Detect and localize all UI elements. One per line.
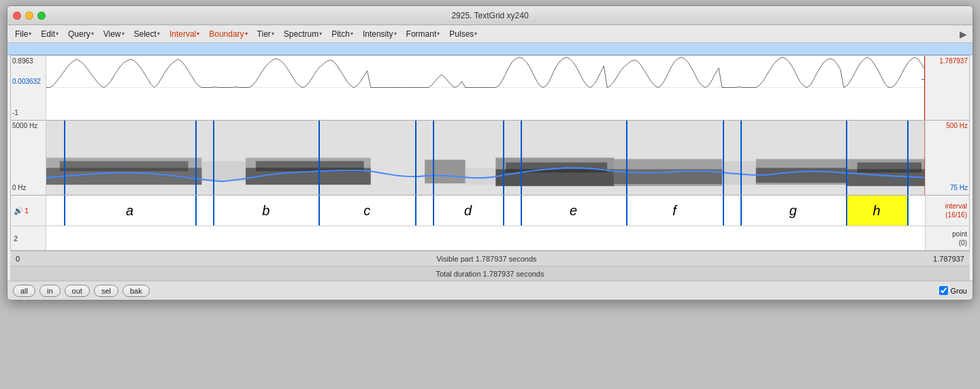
svg-rect-11 — [466, 168, 496, 185]
maximize-button[interactable] — [37, 12, 46, 20]
boundary-line — [521, 196, 522, 225]
interval-label-g[interactable]: g — [740, 203, 846, 219]
scroll-right-icon[interactable]: ▶ — [960, 29, 970, 40]
boundary-line — [415, 196, 416, 225]
chevron-down-icon: ▾ — [437, 31, 440, 37]
total-duration-label: Total duration 1.787937 seconds — [436, 270, 544, 278]
interval-label-f[interactable]: f — [626, 203, 723, 219]
chevron-down-icon: ▾ — [350, 31, 353, 37]
svg-rect-9 — [256, 161, 364, 171]
boundary-line — [723, 196, 724, 225]
btn-all[interactable]: all — [13, 285, 35, 297]
svg-rect-22 — [858, 162, 921, 172]
spectrogram-bottom-label: 0 Hz — [12, 184, 27, 191]
textgrid-tier1[interactable]: a b c d e f g h — [46, 196, 925, 226]
point-info: point(0) — [952, 230, 967, 247]
amplitude-top-label: 0.8963 — [12, 57, 33, 65]
title-bar: 2925. TextGrid xy240 — [7, 6, 973, 25]
svg-rect-5 — [60, 161, 189, 171]
spectrogram-display[interactable] — [46, 121, 925, 196]
main-window: 2925. TextGrid xy240 File ▾ Edit ▾ Query… — [7, 5, 973, 300]
chevron-down-icon: ▾ — [157, 31, 160, 37]
menu-pitch[interactable]: Pitch ▾ — [327, 28, 358, 40]
menu-tier[interactable]: Tier ▾ — [252, 28, 279, 40]
traffic-lights — [13, 12, 46, 20]
chevron-down-icon: ▾ — [319, 31, 322, 37]
interval-label-a[interactable]: a — [64, 203, 196, 219]
interval-label-d[interactable]: d — [433, 203, 503, 219]
spectrogram-right-bottom: 75 Hz — [950, 184, 968, 191]
waveform-display[interactable] — [46, 56, 925, 121]
spectrogram-svg — [46, 121, 925, 195]
interval-info: interval(16/16) — [945, 202, 967, 219]
menu-view[interactable]: View ▾ — [99, 28, 129, 40]
menu-bar: File ▾ Edit ▾ Query ▾ View ▾ Select ▾ In… — [7, 25, 973, 43]
amplitude-bottom-label: -1 — [12, 109, 18, 116]
textgrid-tier2[interactable] — [46, 226, 925, 250]
bottom-toolbar: all in out sel bak Grou — [7, 281, 973, 300]
waveform-svg — [46, 56, 925, 120]
menu-spectrum[interactable]: Spectrum ▾ — [279, 28, 327, 40]
spectrogram-top-label: 5000 Hz — [12, 122, 37, 129]
tier1-label: 1 — [24, 206, 29, 215]
menu-formant[interactable]: Formant ▾ — [402, 28, 445, 40]
menu-file[interactable]: File ▾ — [10, 28, 36, 40]
interval-label-h[interactable]: h — [846, 203, 907, 219]
group-checkbox[interactable] — [939, 286, 948, 295]
selection-bar — [7, 43, 973, 55]
boundary-line — [318, 196, 320, 225]
group-checkbox-container[interactable]: Grou — [939, 286, 967, 295]
btn-sel[interactable]: sel — [94, 285, 118, 297]
cursor-time-label: 1.787937 — [939, 57, 968, 65]
btn-bak[interactable]: bak — [122, 285, 150, 297]
tier1-icon: 🔊 — [14, 206, 23, 215]
chevron-down-icon: ▾ — [122, 31, 125, 37]
svg-rect-10 — [425, 159, 466, 183]
spectrogram-right-top: 500 Hz — [946, 122, 968, 129]
boundary-line — [503, 196, 504, 225]
menu-intensity[interactable]: Intensity ▾ — [358, 28, 402, 40]
interval-label-c[interactable]: c — [318, 203, 415, 219]
chevron-down-icon: ▾ — [197, 31, 199, 37]
chevron-down-icon: ▾ — [394, 31, 397, 37]
boundary-line — [846, 196, 847, 225]
chevron-down-icon: ▾ — [272, 31, 274, 37]
minimize-button[interactable] — [25, 12, 33, 20]
time-start: 0 — [16, 255, 50, 263]
close-button[interactable] — [13, 12, 21, 20]
boundary-line — [740, 196, 742, 225]
menu-select[interactable]: Select ▾ — [129, 28, 165, 40]
menu-edit[interactable]: Edit ▾ — [36, 28, 63, 40]
amplitude-zero-label: 0.003632 — [12, 78, 41, 85]
interval-label-b[interactable]: b — [213, 203, 318, 219]
chevron-down-icon: ▾ — [474, 31, 477, 37]
chevron-down-icon: ▾ — [91, 31, 94, 37]
window-title: 2925. TextGrid xy240 — [451, 11, 528, 20]
menu-query[interactable]: Query ▾ — [63, 28, 99, 40]
time-axis: 0 Visible part 1.787937 seconds 1.787937 — [10, 251, 970, 266]
menu-interval[interactable]: Interval ▾ — [165, 28, 204, 40]
menu-boundary[interactable]: Boundary ▾ — [204, 28, 252, 40]
svg-rect-19 — [756, 168, 847, 183]
boundary-line — [626, 196, 627, 225]
boundary-line — [64, 196, 65, 225]
group-label: Grou — [951, 287, 967, 295]
time-end: 1.787937 — [924, 255, 964, 263]
btn-in[interactable]: in — [39, 285, 61, 297]
menu-pulses[interactable]: Pulses ▾ — [444, 28, 482, 40]
interval-label-e[interactable]: e — [521, 203, 626, 219]
chevron-down-icon: ▾ — [56, 31, 59, 37]
chevron-down-icon: ▾ — [29, 31, 31, 37]
svg-rect-6 — [201, 161, 246, 181]
boundary-line — [433, 196, 434, 225]
tier2-label: 2 — [14, 234, 18, 243]
total-duration-bar: Total duration 1.787937 seconds — [10, 266, 970, 281]
chevron-down-icon: ▾ — [245, 31, 248, 37]
boundary-line — [195, 196, 197, 225]
boundary-line — [213, 196, 214, 225]
btn-out[interactable]: out — [65, 285, 90, 297]
visible-part-label: Visible part 1.787937 seconds — [50, 255, 924, 263]
boundary-line — [907, 196, 909, 225]
